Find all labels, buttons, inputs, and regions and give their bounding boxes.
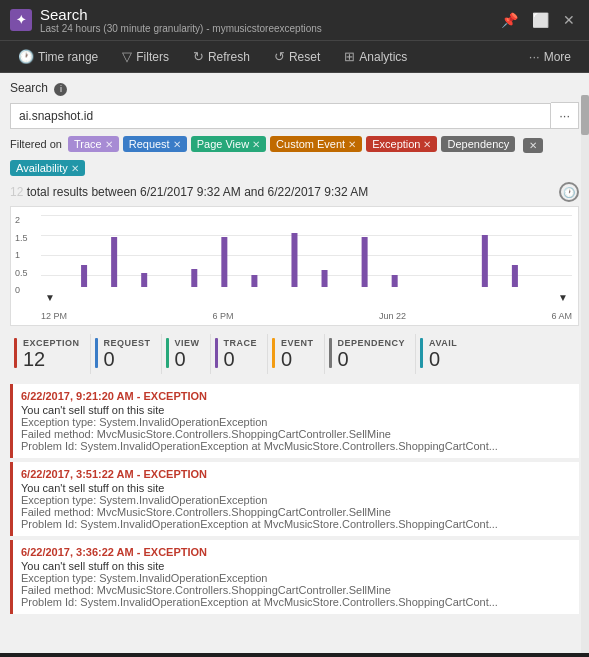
results-count: 12	[10, 185, 23, 199]
result-message-3: You can't sell stuff on this site	[21, 560, 571, 572]
metric-dependency[interactable]: DEPENDENCY 0	[325, 334, 417, 374]
search-options-button[interactable]: ···	[551, 102, 579, 129]
svg-rect-2	[141, 273, 147, 287]
more-button[interactable]: ··· More	[519, 45, 581, 68]
result-method-2: Failed method: MvcMusicStore.Controllers…	[21, 506, 571, 518]
toolbar: 🕐 Time range ▽ Filters ↻ Refresh ↺ Reset…	[0, 41, 589, 73]
chart-container: 2 1.5 1 0.5 0	[10, 206, 579, 326]
exception-value: 12	[23, 348, 80, 370]
filter-icon: ▽	[122, 49, 132, 64]
refresh-icon: ↻	[193, 49, 204, 64]
more-icon: ···	[529, 49, 540, 64]
x-label-6pm: 6 PM	[212, 311, 233, 321]
request-color-bar	[95, 338, 98, 368]
metric-exception[interactable]: EXCEPTION 12	[10, 334, 91, 374]
result-header-1: 6/22/2017, 9:21:20 AM - EXCEPTION	[21, 390, 571, 402]
results-summary: 12 total results between 6/21/2017 9:32 …	[10, 182, 579, 202]
avail-value: 0	[429, 348, 457, 370]
filter-tag-dependency[interactable]: Dependency	[441, 136, 515, 152]
svg-rect-3	[191, 269, 197, 287]
history-icon[interactable]: 🕐	[559, 182, 579, 202]
remove-dependency-icon[interactable]: ✕	[529, 140, 537, 151]
remove-availability-icon[interactable]: ✕	[71, 163, 79, 174]
result-problem-2: Problem Id: System.InvalidOperationExcep…	[21, 518, 571, 530]
window-subtitle: Last 24 hours (30 minute granularity) - …	[40, 23, 322, 34]
metric-request[interactable]: REQUEST 0	[91, 334, 162, 374]
filter-tag-dependency-x[interactable]: ✕	[523, 138, 543, 153]
analytics-button[interactable]: ⊞ Analytics	[334, 45, 417, 68]
filter-row: Filtered on Trace ✕ Request ✕ Page View …	[10, 135, 579, 176]
x-label-6am: 6 AM	[551, 311, 572, 321]
result-problem-1: Problem Id: System.InvalidOperationExcep…	[21, 440, 571, 452]
svg-rect-10	[482, 235, 488, 287]
window-title: Search	[40, 6, 322, 23]
chart-x-axis: 12 PM 6 PM Jun 22 6 AM	[41, 311, 572, 321]
reset-button[interactable]: ↺ Reset	[264, 45, 330, 68]
svg-rect-7	[322, 270, 328, 287]
svg-rect-0	[81, 265, 87, 287]
svg-rect-1	[111, 237, 117, 287]
svg-rect-4	[221, 237, 227, 287]
filter-tag-pageview[interactable]: Page View ✕	[191, 136, 266, 152]
chart-svg	[41, 215, 572, 287]
remove-exception-icon[interactable]: ✕	[423, 139, 431, 150]
trace-value: 0	[224, 348, 258, 370]
remove-pageview-icon[interactable]: ✕	[252, 139, 260, 150]
scrollbar-track	[581, 95, 589, 653]
result-header-2: 6/22/2017, 3:51:22 AM - EXCEPTION	[21, 468, 571, 480]
view-color-bar	[166, 338, 169, 368]
filter-tag-exception[interactable]: Exception ✕	[366, 136, 437, 152]
scrollbar-thumb[interactable]	[581, 95, 589, 135]
event-label: EVENT	[281, 338, 314, 348]
exception-color-bar	[14, 338, 17, 368]
clock-icon: 🕐	[18, 49, 34, 64]
result-item-1[interactable]: 6/22/2017, 9:21:20 AM - EXCEPTION You ca…	[10, 384, 579, 458]
avail-color-bar	[420, 338, 423, 368]
metric-trace[interactable]: TRACE 0	[211, 334, 269, 374]
filter-tag-request[interactable]: Request ✕	[123, 136, 187, 152]
grid-icon: ⊞	[344, 49, 355, 64]
dependency-label: DEPENDENCY	[338, 338, 406, 348]
svg-rect-11	[512, 265, 518, 287]
remove-request-icon[interactable]: ✕	[173, 139, 181, 150]
request-label: REQUEST	[104, 338, 151, 348]
dependency-value: 0	[338, 348, 406, 370]
event-color-bar	[272, 338, 275, 368]
trace-color-bar	[215, 338, 218, 368]
result-problem-3: Problem Id: System.InvalidOperationExcep…	[21, 596, 571, 608]
svg-rect-9	[392, 275, 398, 287]
metric-avail[interactable]: AVAIL 0	[416, 334, 467, 374]
close-icon[interactable]: ✕	[559, 10, 579, 30]
result-item-3[interactable]: 6/22/2017, 3:36:22 AM - EXCEPTION You ca…	[10, 540, 579, 614]
view-value: 0	[175, 348, 200, 370]
maximize-icon[interactable]: ⬜	[528, 10, 553, 30]
filter-tag-trace[interactable]: Trace ✕	[68, 136, 119, 152]
dependency-color-bar	[329, 338, 332, 368]
result-item-2[interactable]: 6/22/2017, 3:51:22 AM - EXCEPTION You ca…	[10, 462, 579, 536]
app-icon: ✦	[10, 9, 32, 31]
reset-icon: ↺	[274, 49, 285, 64]
search-label: Search i	[10, 81, 67, 96]
metric-event[interactable]: EVENT 0	[268, 334, 325, 374]
request-value: 0	[104, 348, 151, 370]
filters-button[interactable]: ▽ Filters	[112, 45, 179, 68]
filter-tag-availability[interactable]: Availability ✕	[10, 160, 85, 176]
remove-trace-icon[interactable]: ✕	[105, 139, 113, 150]
metric-view[interactable]: VIEW 0	[162, 334, 211, 374]
info-icon[interactable]: i	[54, 83, 67, 96]
pin-icon[interactable]: 📌	[497, 10, 522, 30]
avail-label: AVAIL	[429, 338, 457, 348]
remove-custom-icon[interactable]: ✕	[348, 139, 356, 150]
svg-rect-6	[291, 233, 297, 287]
refresh-button[interactable]: ↻ Refresh	[183, 45, 260, 68]
result-method-1: Failed method: MvcMusicStore.Controllers…	[21, 428, 571, 440]
time-range-button[interactable]: 🕐 Time range	[8, 45, 108, 68]
result-method-3: Failed method: MvcMusicStore.Controllers…	[21, 584, 571, 596]
result-message-2: You can't sell stuff on this site	[21, 482, 571, 494]
search-input[interactable]	[10, 103, 551, 129]
trace-label: TRACE	[224, 338, 258, 348]
result-type-3: Exception type: System.InvalidOperationE…	[21, 572, 571, 584]
filter-tag-custom[interactable]: Custom Event ✕	[270, 136, 362, 152]
results-count-block: 12 total results between 6/21/2017 9:32 …	[10, 185, 368, 199]
svg-rect-8	[362, 237, 368, 287]
